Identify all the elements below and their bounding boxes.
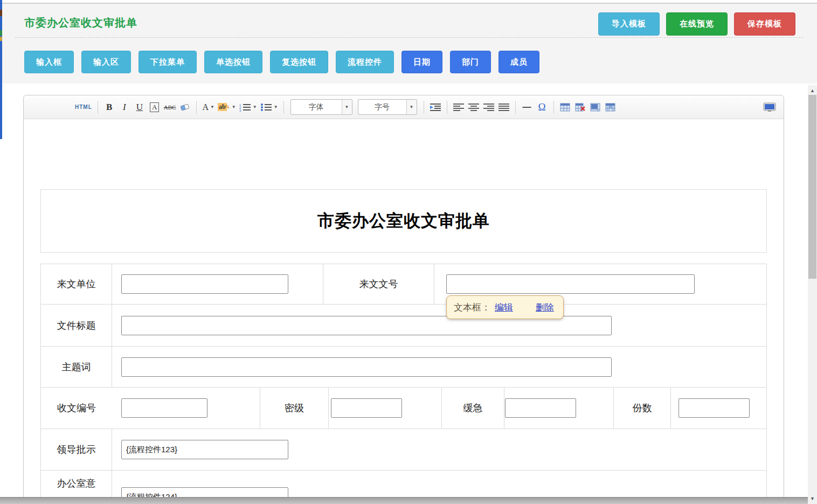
cell-receipt-number: 收文编号 [41, 388, 260, 429]
label-incoming-number: 来文文号 [323, 264, 434, 304]
checkbox-widget-button[interactable]: 复选按钮 [270, 51, 328, 73]
incoming-unit-input[interactable] [121, 274, 288, 294]
incoming-number-input[interactable] [446, 274, 695, 294]
textarea-widget-button[interactable]: 输入区 [81, 51, 131, 73]
tooltip-label: 文本框： [454, 301, 490, 314]
table-row: 来文单位 来文文号 [41, 264, 766, 305]
font-color-icon[interactable]: A▼ [202, 100, 214, 114]
label-doc-title: 文件标题 [41, 305, 112, 346]
toolbar-separator [447, 101, 447, 114]
strikethrough-icon[interactable]: ABC [164, 100, 176, 114]
flow-control-widget-button[interactable]: 流程控件 [336, 51, 394, 73]
background-speck [0, 30, 2, 36]
save-template-button[interactable]: 保存模板 [734, 12, 795, 36]
label-receipt-number: 收文编号 [41, 402, 112, 415]
highlight-color-icon[interactable]: ab✎▼ [218, 100, 236, 114]
table-row: 主题词 [41, 347, 766, 388]
source-code-icon[interactable]: HTML [75, 100, 92, 114]
label-incoming-unit: 来文单位 [41, 264, 112, 304]
import-template-button[interactable]: 导入模板 [598, 12, 660, 36]
editor-content-area[interactable]: 市委办公室收文审批单 来文单位 来文文号 文件标题 [24, 119, 784, 504]
edit-link[interactable]: 编辑 [495, 301, 513, 314]
label-urgency: 缓急 [442, 388, 504, 429]
cell-secrecy [329, 388, 442, 429]
rich-text-editor: HTML B I U A ABC A▼ ab✎▼ 123 ▼ ▼ 字体▼ 字号▼ [23, 95, 784, 504]
align-justify-icon[interactable] [498, 100, 510, 114]
font-family-select[interactable]: 字体▼ [290, 99, 352, 115]
cell-subject-word [112, 347, 766, 387]
table-properties-icon[interactable] [590, 100, 601, 114]
cell-leader-remark [112, 429, 766, 470]
vertical-scrollbar[interactable]: ▲ ▼ [808, 85, 817, 504]
background-window-sliver [0, 0, 2, 139]
font-size-select[interactable]: 字号▼ [358, 99, 417, 115]
pencil-icon: ✎ [225, 103, 230, 111]
special-character-icon[interactable]: Ω [536, 100, 548, 114]
toolbar-separator [196, 101, 197, 114]
chevron-down-icon: ▼ [342, 100, 352, 114]
insert-table-icon[interactable] [559, 100, 571, 114]
cell-properties-icon[interactable] [605, 100, 617, 114]
label-copies: 份数 [614, 388, 671, 429]
form-title: 市委办公室收文审批单 [40, 189, 767, 253]
chevron-down-icon: ▼ [232, 105, 236, 109]
unordered-list-icon[interactable]: ▼ [260, 100, 278, 114]
leader-remark-input[interactable] [121, 440, 288, 459]
member-widget-button[interactable]: 成员 [498, 51, 539, 73]
chevron-down-icon: ▼ [274, 105, 278, 109]
cell-copies [671, 388, 766, 429]
receipt-number-input[interactable] [121, 398, 207, 418]
ordered-list-icon[interactable]: 123 ▼ [239, 100, 257, 114]
table-row: 收文编号 密级 缓急 份数 [41, 388, 766, 429]
subject-word-input[interactable] [121, 357, 612, 377]
date-widget-button[interactable]: 日期 [401, 51, 442, 73]
fullscreen-icon[interactable] [763, 100, 776, 114]
indent-icon[interactable] [430, 100, 441, 114]
delete-link[interactable]: 删除 [536, 301, 554, 314]
delete-table-icon[interactable] [574, 100, 586, 114]
dashed-divider [15, 37, 803, 38]
align-right-icon[interactable] [483, 100, 495, 114]
toolbar-separator [515, 101, 516, 114]
align-left-icon[interactable] [453, 100, 465, 114]
online-preview-button[interactable]: 在线预览 [666, 12, 728, 36]
toolbar-separator [424, 101, 424, 114]
dropdown-widget-button[interactable]: 下拉菜单 [139, 51, 197, 73]
chevron-down-icon: ▼ [210, 105, 214, 109]
cell-incoming-unit [112, 264, 323, 304]
table-row: 领导批示 [41, 429, 766, 471]
toolbar-separator [98, 101, 98, 114]
urgency-input[interactable] [505, 398, 576, 418]
label-subject-word: 主题词 [41, 347, 112, 387]
italic-icon[interactable]: I [119, 100, 130, 114]
scrollbar-thumb[interactable] [808, 95, 816, 279]
action-button-group: 导入模板 在线预览 保存模板 [598, 12, 795, 36]
chevron-down-icon: ▼ [406, 100, 417, 114]
bold-icon[interactable]: B [103, 100, 115, 114]
copies-input[interactable] [678, 398, 750, 418]
scroll-up-arrow-icon[interactable]: ▲ [808, 86, 817, 95]
chevron-down-icon: ▼ [253, 105, 257, 109]
toolbar-separator [283, 101, 284, 114]
label-leader-remark: 领导批示 [41, 429, 112, 470]
bottom-window-edge [0, 497, 808, 504]
widget-button-group: 输入框 输入区 下拉菜单 单选按钮 复选按钮 流程控件 日期 部门 成员 [24, 51, 539, 73]
department-widget-button[interactable]: 部门 [450, 51, 491, 73]
input-box-widget-button[interactable]: 输入框 [24, 51, 74, 73]
eraser-icon[interactable] [179, 100, 191, 114]
secrecy-input[interactable] [331, 398, 402, 418]
cell-doc-title [112, 305, 766, 346]
label-secrecy: 密级 [260, 388, 329, 429]
boxed-a-icon[interactable]: A [149, 100, 161, 114]
form-table: 来文单位 来文文号 文件标题 主题词 [40, 264, 767, 504]
editor-toolbar: HTML B I U A ABC A▼ ab✎▼ 123 ▼ ▼ 字体▼ 字号▼ [24, 95, 784, 119]
svg-text:3: 3 [239, 109, 241, 112]
radio-widget-button[interactable]: 单选按钮 [204, 51, 262, 73]
underline-icon[interactable]: U [134, 100, 146, 114]
scroll-down-arrow-icon[interactable]: ▼ [808, 494, 817, 503]
header-panel: 市委办公室收文审批单 导入模板 在线预览 保存模板 输入框 输入区 下拉菜单 单… [2, 4, 817, 84]
background-speck [0, 37, 2, 41]
align-center-icon[interactable] [468, 100, 480, 114]
horizontal-rule-icon[interactable]: — [521, 100, 533, 114]
table-row: 文件标题 [41, 305, 766, 347]
